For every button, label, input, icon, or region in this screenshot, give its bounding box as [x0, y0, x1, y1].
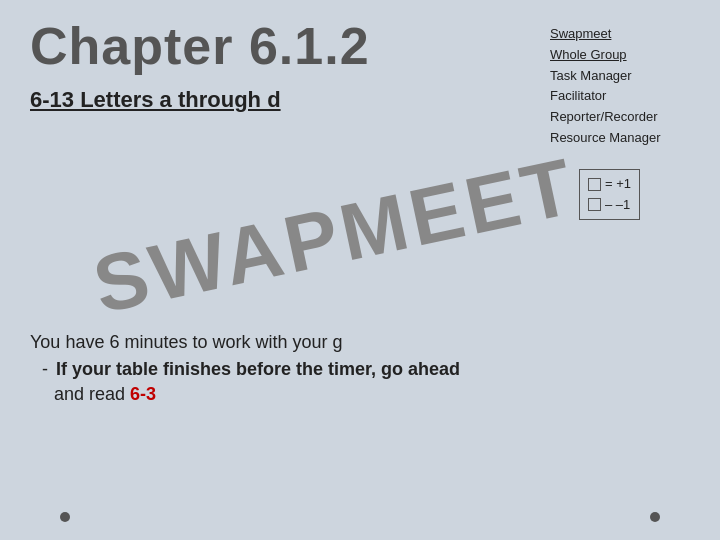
role-reporter: Reporter/Recorder: [550, 107, 700, 128]
instruction-bold: If your table finishes before the timer,…: [56, 359, 460, 380]
role-list: Swapmeet Whole Group Task Manager Facili…: [550, 24, 700, 149]
bottom-section: You have 6 minutes to work with your g -…: [0, 324, 720, 405]
swapmeet-text: SWAPMEET: [86, 140, 584, 332]
role-swapmeet: Swapmeet: [550, 24, 700, 45]
dash-icon: -: [42, 359, 48, 380]
instruction-line2: - If your table finishes before the time…: [42, 359, 690, 380]
left-top: Chapter 6.1.2 6-13 Letters a through d: [30, 18, 540, 113]
legend-label-plus: = +1: [605, 174, 631, 195]
subtitle: 6-13 Letters a through d: [30, 87, 540, 113]
role-facilitator: Facilitator: [550, 86, 700, 107]
legend-label-minus: – –1: [605, 195, 630, 216]
dot-right: [650, 512, 660, 522]
dot-left: [60, 512, 70, 522]
instruction-line3-ref: 6-3: [130, 384, 156, 404]
page: Chapter 6.1.2 6-13 Letters a through d S…: [0, 0, 720, 540]
instruction-line3: and read 6-3: [54, 384, 690, 405]
swapmeet-area: SWAPMEET = +1 – –1: [0, 149, 720, 324]
legend-box: = +1 – –1: [579, 169, 640, 221]
role-resource-manager: Resource Manager: [550, 128, 700, 149]
top-section: Chapter 6.1.2 6-13 Letters a through d S…: [0, 0, 720, 149]
role-panel: Swapmeet Whole Group Task Manager Facili…: [540, 18, 700, 149]
role-task-manager: Task Manager: [550, 66, 700, 87]
dots-row: [0, 512, 720, 522]
legend-item-minus: – –1: [588, 195, 631, 216]
legend-item-plus: = +1: [588, 174, 631, 195]
chapter-title: Chapter 6.1.2: [30, 18, 540, 75]
instruction-line3-prefix: and read: [54, 384, 130, 404]
instruction-line1: You have 6 minutes to work with your g: [30, 332, 690, 353]
legend-icon-plus: [588, 178, 601, 191]
role-whole-group: Whole Group: [550, 45, 700, 66]
instruction-bold-text: If your table finishes before the timer,…: [56, 359, 460, 379]
legend-icon-minus: [588, 198, 601, 211]
